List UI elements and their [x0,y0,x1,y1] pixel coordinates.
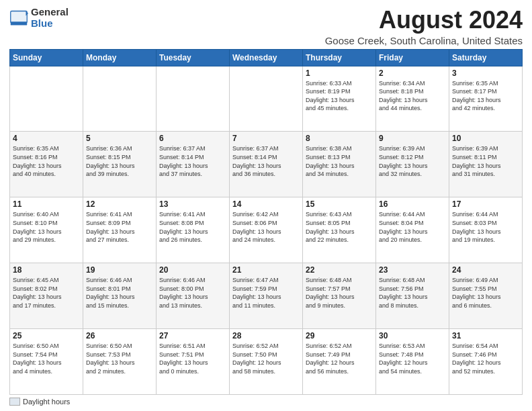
day-number: 23 [379,265,446,275]
day-number: 30 [379,331,446,340]
day-info: Sunrise: 6:52 AM Sunset: 7:49 PM Dayligh… [306,342,355,375]
day-info: Sunrise: 6:47 AM Sunset: 7:59 PM Dayligh… [232,277,281,309]
calendar-cell: 28Sunrise: 6:52 AM Sunset: 7:50 PM Dayli… [230,329,303,395]
col-header-thursday: Thursday [303,49,376,66]
calendar-week-1: 4Sunrise: 6:35 AM Sunset: 8:16 PM Daylig… [10,132,523,197]
svg-rect-3 [11,21,28,25]
day-number: 18 [13,265,80,275]
logo-general: General [31,7,69,18]
day-number: 14 [232,199,300,209]
calendar-cell: 25Sunrise: 6:50 AM Sunset: 7:54 PM Dayli… [10,329,83,395]
calendar-cell: 5Sunrise: 6:36 AM Sunset: 8:15 PM Daylig… [83,132,157,197]
day-info: Sunrise: 6:40 AM Sunset: 8:10 PM Dayligh… [13,211,62,243]
calendar-week-3: 18Sunrise: 6:45 AM Sunset: 8:02 PM Dayli… [10,263,523,329]
calendar-cell: 1Sunrise: 6:33 AM Sunset: 8:19 PM Daylig… [303,66,376,132]
day-info: Sunrise: 6:42 AM Sunset: 8:06 PM Dayligh… [232,211,281,243]
calendar-cell: 7Sunrise: 6:37 AM Sunset: 8:14 PM Daylig… [230,132,303,197]
calendar-cell: 26Sunrise: 6:50 AM Sunset: 7:53 PM Dayli… [83,329,157,395]
day-info: Sunrise: 6:49 AM Sunset: 7:55 PM Dayligh… [452,277,501,309]
day-info: Sunrise: 6:45 AM Sunset: 8:02 PM Dayligh… [13,277,62,309]
title-block: August 2024 Goose Creek, South Carolina,… [325,7,523,46]
day-info: Sunrise: 6:38 AM Sunset: 8:13 PM Dayligh… [306,145,355,177]
day-number: 12 [86,199,153,209]
page: General Blue August 2024 Goose Creek, So… [0,0,532,411]
calendar-cell: 23Sunrise: 6:48 AM Sunset: 7:56 PM Dayli… [376,263,449,329]
logo-blue: Blue [31,18,69,30]
day-number: 16 [379,199,446,209]
day-number: 21 [232,265,300,275]
calendar-cell: 11Sunrise: 6:40 AM Sunset: 8:10 PM Dayli… [10,197,83,263]
col-header-monday: Monday [83,49,157,66]
legend-label: Daylight hours [23,398,70,406]
calendar-cell: 31Sunrise: 6:54 AM Sunset: 7:46 PM Dayli… [449,329,523,395]
calendar-cell: 14Sunrise: 6:42 AM Sunset: 8:06 PM Dayli… [230,197,303,263]
day-number: 25 [13,331,80,340]
calendar-cell: 24Sunrise: 6:49 AM Sunset: 7:55 PM Dayli… [449,263,523,329]
col-header-tuesday: Tuesday [157,49,230,66]
calendar-cell: 27Sunrise: 6:51 AM Sunset: 7:51 PM Dayli… [157,329,230,395]
col-header-sunday: Sunday [10,49,83,66]
legend: Daylight hours [9,398,70,406]
calendar-cell: 10Sunrise: 6:39 AM Sunset: 8:11 PM Dayli… [449,132,523,197]
subtitle: Goose Creek, South Carolina, United Stat… [325,35,523,46]
calendar-cell [230,66,303,132]
day-number: 6 [159,134,226,143]
day-number: 7 [232,134,300,143]
day-number: 3 [452,68,519,78]
day-number: 11 [13,199,80,209]
day-number: 10 [452,134,519,143]
calendar-cell: 20Sunrise: 6:46 AM Sunset: 8:00 PM Dayli… [157,263,230,329]
calendar-cell: 16Sunrise: 6:44 AM Sunset: 8:04 PM Dayli… [376,197,449,263]
day-info: Sunrise: 6:35 AM Sunset: 8:16 PM Dayligh… [13,145,62,177]
calendar-cell: 12Sunrise: 6:41 AM Sunset: 8:09 PM Dayli… [83,197,157,263]
calendar-cell: 3Sunrise: 6:35 AM Sunset: 8:17 PM Daylig… [449,66,523,132]
calendar-cell [10,66,83,132]
day-info: Sunrise: 6:46 AM Sunset: 8:00 PM Dayligh… [159,277,208,309]
calendar-cell: 13Sunrise: 6:41 AM Sunset: 8:08 PM Dayli… [157,197,230,263]
calendar-cell: 6Sunrise: 6:37 AM Sunset: 8:14 PM Daylig… [157,132,230,197]
calendar-cell: 18Sunrise: 6:45 AM Sunset: 8:02 PM Dayli… [10,263,83,329]
day-number: 8 [306,134,373,143]
day-info: Sunrise: 6:35 AM Sunset: 8:17 PM Dayligh… [452,80,501,112]
day-info: Sunrise: 6:54 AM Sunset: 7:46 PM Dayligh… [452,342,501,375]
calendar-cell: 15Sunrise: 6:43 AM Sunset: 8:05 PM Dayli… [303,197,376,263]
logo-text: General Blue [31,7,69,29]
logo: General Blue [9,7,69,29]
day-info: Sunrise: 6:39 AM Sunset: 8:12 PM Dayligh… [379,145,428,177]
svg-rect-1 [11,11,28,23]
calendar-cell: 29Sunrise: 6:52 AM Sunset: 7:49 PM Dayli… [303,329,376,395]
calendar-week-4: 25Sunrise: 6:50 AM Sunset: 7:54 PM Dayli… [10,329,523,395]
day-info: Sunrise: 6:46 AM Sunset: 8:01 PM Dayligh… [86,277,135,309]
day-number: 9 [379,134,446,143]
day-info: Sunrise: 6:44 AM Sunset: 8:04 PM Dayligh… [379,211,428,243]
calendar-cell: 9Sunrise: 6:39 AM Sunset: 8:12 PM Daylig… [376,132,449,197]
calendar-cell: 22Sunrise: 6:48 AM Sunset: 7:57 PM Dayli… [303,263,376,329]
calendar: SundayMondayTuesdayWednesdayThursdayFrid… [9,49,523,395]
footer: Daylight hours [9,398,523,406]
day-number: 15 [306,199,373,209]
day-info: Sunrise: 6:37 AM Sunset: 8:14 PM Dayligh… [232,145,281,177]
logo-icon [9,9,28,28]
day-number: 24 [452,265,519,275]
day-info: Sunrise: 6:33 AM Sunset: 8:19 PM Dayligh… [306,80,355,112]
day-info: Sunrise: 6:39 AM Sunset: 8:11 PM Dayligh… [452,145,501,177]
col-header-saturday: Saturday [449,49,523,66]
day-number: 5 [86,134,153,143]
legend-box [9,398,20,406]
calendar-cell: 19Sunrise: 6:46 AM Sunset: 8:01 PM Dayli… [83,263,157,329]
day-number: 27 [159,331,226,340]
day-info: Sunrise: 6:48 AM Sunset: 7:57 PM Dayligh… [306,277,355,309]
day-info: Sunrise: 6:34 AM Sunset: 8:18 PM Dayligh… [379,80,428,112]
day-number: 26 [86,331,153,340]
day-info: Sunrise: 6:50 AM Sunset: 7:54 PM Dayligh… [13,342,62,375]
calendar-cell: 17Sunrise: 6:44 AM Sunset: 8:03 PM Dayli… [449,197,523,263]
col-header-wednesday: Wednesday [230,49,303,66]
calendar-cell [83,66,157,132]
day-number: 1 [306,68,373,78]
day-info: Sunrise: 6:48 AM Sunset: 7:56 PM Dayligh… [379,277,428,309]
main-title: August 2024 [325,7,523,34]
day-number: 19 [86,265,153,275]
day-info: Sunrise: 6:41 AM Sunset: 8:08 PM Dayligh… [159,211,208,243]
day-number: 29 [306,331,373,340]
calendar-cell: 30Sunrise: 6:53 AM Sunset: 7:48 PM Dayli… [376,329,449,395]
